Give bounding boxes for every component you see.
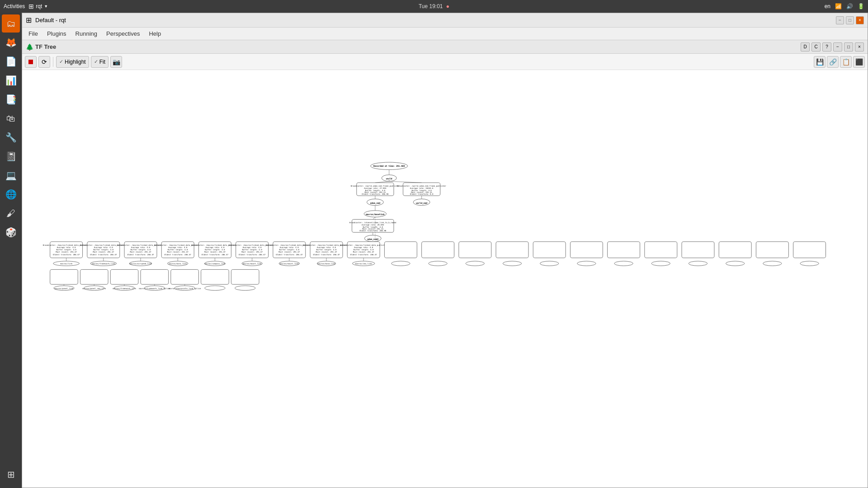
- svg-text:Oldest transform: 286.98: Oldest transform: 286.98: [359, 230, 387, 232]
- sidebar-item-store[interactable]: 🛍: [2, 109, 20, 127]
- svg-rect-93: [422, 242, 454, 258]
- svg-text:Oldest transform: 286.47: Oldest transform: 286.47: [313, 253, 340, 256]
- highlight-label: Highlight: [65, 59, 86, 65]
- menu-file[interactable]: File: [24, 28, 42, 39]
- system-bar-left: Activities ⊞ rqt ▼: [4, 3, 48, 10]
- sidebar-item-appgrid[interactable]: ⊞: [2, 465, 20, 483]
- menu-running[interactable]: Running: [71, 28, 102, 39]
- svg-point-160: [205, 286, 225, 290]
- fit-toggle[interactable]: ✓ Fit: [91, 56, 108, 68]
- menu-plugins[interactable]: Plugins: [42, 28, 71, 39]
- svg-rect-149: [231, 269, 259, 284]
- sidebar-item-files[interactable]: 🗂: [2, 14, 20, 33]
- sidebar-item-notes[interactable]: 📓: [2, 147, 20, 165]
- sidebar-item-impress[interactable]: 📑: [2, 90, 20, 108]
- panel-btn-c[interactable]: C: [811, 42, 821, 52]
- sidebar-item-tools[interactable]: 🔧: [2, 128, 20, 146]
- svg-line-13: [375, 181, 389, 183]
- menu-help[interactable]: Help: [144, 28, 165, 39]
- svg-rect-101: [719, 242, 751, 258]
- svg-text:mavros/mount_link: mavros/mount_link: [280, 263, 299, 265]
- app-menu-icon[interactable]: ⊞ rqt ▼: [28, 3, 48, 10]
- volume-icon: 🔊: [846, 3, 853, 9]
- panel-btn-minimize[interactable]: −: [833, 42, 842, 52]
- panel-title: 🌲 TF Tree: [26, 43, 56, 51]
- svg-text:Oldest transform: 286.47: Oldest transform: 286.47: [53, 253, 80, 256]
- panel-btn-help[interactable]: ?: [822, 42, 831, 52]
- screenshot-button[interactable]: 📷: [110, 56, 122, 68]
- svg-point-124: [466, 261, 484, 266]
- tf-tree-diagram: .node-rect { fill: white; stroke: #555; …: [22, 70, 868, 488]
- svg-rect-95: [496, 242, 528, 258]
- view-button[interactable]: ⬛: [853, 56, 865, 68]
- lang-indicator[interactable]: en: [825, 3, 830, 9]
- record-indicator: ●: [446, 3, 449, 9]
- svg-point-126: [540, 261, 559, 266]
- svg-text:Oldest transform: 0.0: Oldest transform: 0.0: [410, 193, 434, 195]
- panel-btn-maximize[interactable]: □: [844, 42, 853, 52]
- minimize-button[interactable]: −: [836, 16, 844, 24]
- fit-checkmark: ✓: [94, 59, 98, 65]
- maximize-button[interactable]: □: [846, 16, 854, 24]
- panel-header: 🌲 TF Tree D C ? − □ ×: [22, 40, 868, 54]
- battery-icon: 🔋: [858, 3, 864, 9]
- svg-rect-92: [384, 242, 417, 258]
- sidebar-item-inkscape[interactable]: 🖌: [2, 204, 20, 222]
- reset-icon: ⏹: [27, 58, 34, 66]
- svg-text:mavros/framework_link_splice: mavros/framework_link_splice: [139, 287, 170, 290]
- menu-bar: File Plugins Running Perspectives Help: [22, 28, 868, 40]
- network-icon: 📶: [835, 3, 842, 9]
- svg-rect-99: [645, 242, 677, 258]
- datetime-display: Tue 19:01 ●: [419, 3, 449, 9]
- window-controls: − □ ×: [836, 16, 864, 24]
- reset-button[interactable]: ⏹: [25, 56, 37, 68]
- system-bar-right: en 📶 🔊 🔋: [825, 3, 864, 9]
- app-icon: ⊞: [26, 16, 32, 24]
- svg-rect-147: [171, 269, 199, 284]
- sidebar-item-terminal[interactable]: 💻: [2, 166, 20, 184]
- refresh-button[interactable]: ⟳: [38, 56, 50, 68]
- svg-text:Oldest transform: 286.47: Oldest transform: 286.47: [127, 253, 154, 256]
- svg-text:Oldest transform: 286.98: Oldest transform: 286.98: [362, 193, 389, 195]
- highlight-checkmark: ✓: [59, 59, 63, 65]
- svg-text:mavros/mount_link: mavros/mount_link: [243, 263, 262, 265]
- svg-point-127: [577, 261, 596, 266]
- svg-text:Oldest transform: 286.47: Oldest transform: 286.47: [202, 253, 229, 256]
- window-titlebar: ⊞ Default - rqt − □ ×: [22, 13, 868, 28]
- copy-button[interactable]: 📋: [840, 56, 852, 68]
- svg-rect-144: [80, 269, 108, 284]
- canvas-area[interactable]: .node-rect { fill: white; stroke: #555; …: [22, 70, 868, 488]
- panel-controls: D C ? − □ ×: [801, 42, 864, 52]
- svg-rect-102: [756, 242, 788, 258]
- sidebar-item-chrome[interactable]: 🌐: [2, 185, 20, 203]
- svg-text:mavros/sharpscale_link_splice: mavros/sharpscale_link_splice: [169, 287, 201, 290]
- panel-btn-d[interactable]: D: [801, 42, 810, 52]
- svg-rect-145: [110, 269, 138, 284]
- sidebar: 🗂 🦊 📄 📊 📑 🛍 🔧 📓 💻 🌐 🖌 🎲 ⊞: [0, 13, 22, 488]
- save-button[interactable]: 💾: [814, 56, 826, 68]
- app-menu-chevron: ▼: [44, 4, 48, 9]
- svg-text:mavros/framework_link: mavros/framework_link: [113, 287, 136, 290]
- fit-label: Fit: [99, 59, 105, 65]
- sidebar-item-writer[interactable]: 📄: [2, 52, 20, 70]
- svg-text:mavros/panel_link: mavros/panel_link: [55, 287, 74, 290]
- svg-text:mavros/base_link: mavros/base_link: [317, 263, 335, 265]
- link-button[interactable]: 🔗: [827, 56, 839, 68]
- sidebar-item-firefox[interactable]: 🦊: [2, 33, 20, 52]
- sidebar-item-dice[interactable]: 🎲: [2, 223, 20, 241]
- svg-point-122: [392, 261, 410, 266]
- highlight-toggle[interactable]: ✓ Highlight: [56, 56, 89, 68]
- svg-text:mavros/baselink: mavros/baselink: [366, 213, 385, 216]
- svg-point-125: [503, 261, 521, 266]
- activities-label[interactable]: Activities: [4, 3, 25, 9]
- svg-text:Recorded at time: 291.469: Recorded at time: 291.469: [373, 165, 405, 167]
- svg-text:mavros/compass_link: mavros/compass_link: [204, 263, 226, 265]
- svg-text:Oldest transform: 286.47: Oldest transform: 286.47: [90, 253, 117, 256]
- menu-perspectives[interactable]: Perspectives: [102, 28, 144, 39]
- svg-point-132: [763, 261, 782, 266]
- panel-btn-close[interactable]: ×: [855, 42, 864, 52]
- close-button[interactable]: ×: [856, 16, 864, 24]
- sidebar-item-calc[interactable]: 📊: [2, 71, 20, 89]
- svg-rect-96: [533, 242, 566, 258]
- svg-rect-94: [459, 242, 491, 258]
